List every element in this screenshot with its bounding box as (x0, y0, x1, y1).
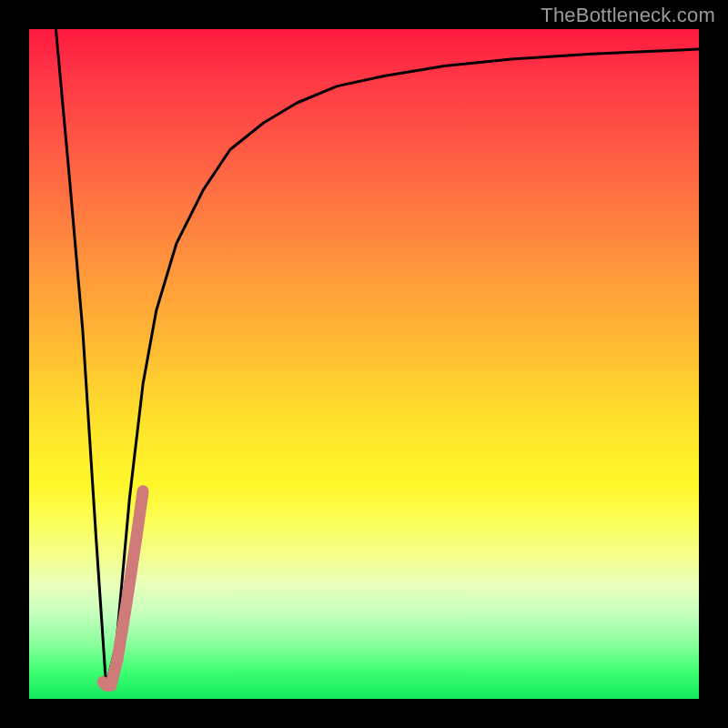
chart-frame: TheBottleneck.com (0, 0, 728, 728)
watermark-text: TheBottleneck.com (541, 4, 715, 27)
series-pink-hook (103, 491, 143, 686)
plot-area (29, 29, 699, 699)
pink-hook-path (103, 491, 143, 686)
black-v-curve-path (56, 29, 699, 685)
series-black-v-curve (56, 29, 699, 685)
curve-layer (29, 29, 699, 699)
